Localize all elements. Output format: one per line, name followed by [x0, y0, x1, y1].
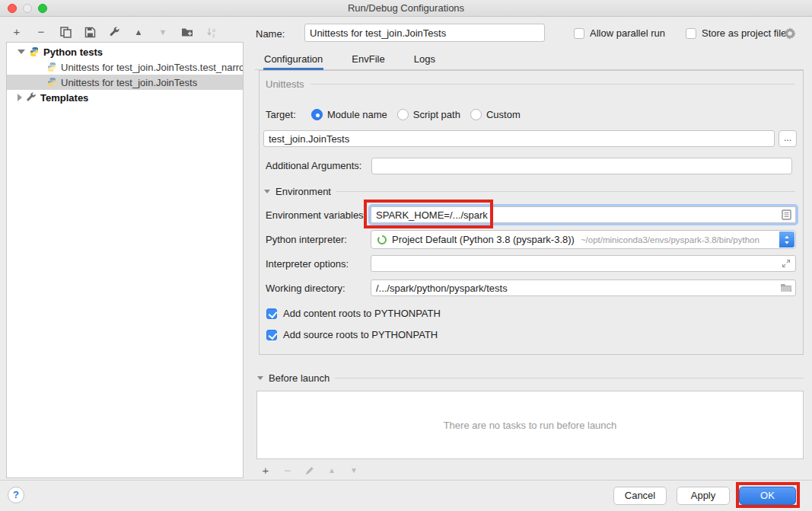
remove-configuration-button[interactable]: − — [35, 26, 47, 38]
store-as-project-file-checkbox[interactable] — [686, 28, 696, 39]
environment-variables-input[interactable] — [371, 206, 796, 223]
remove-task-button[interactable]: − — [282, 465, 294, 477]
module-name-radio[interactable] — [311, 109, 323, 120]
ok-button[interactable]: OK — [739, 487, 796, 505]
tree-item-label: Unittests for test_join.JoinTests — [61, 77, 197, 88]
python-interpreter-label: Python interpreter: — [266, 234, 347, 245]
working-directory-input[interactable] — [371, 279, 796, 296]
empty-tasks-message: There are no tasks to run before launch — [444, 420, 617, 431]
tree-item-python-tests[interactable]: Python tests — [7, 44, 243, 59]
tree-item-unittests-jointests-selected[interactable]: Unittests for test_join.JoinTests — [7, 75, 243, 90]
allow-parallel-run-checkbox[interactable] — [574, 28, 584, 39]
run-debug-configurations-dialog: Run/Debug Configurations + − ▲ ▼ a z — [0, 0, 812, 511]
before-launch-toolbar: + − ▲ ▼ — [260, 465, 360, 477]
custom-radio[interactable] — [470, 109, 482, 120]
move-task-up-button[interactable]: ▲ — [326, 465, 338, 477]
move-down-button[interactable]: ▼ — [157, 26, 169, 38]
copy-configuration-icon[interactable] — [59, 26, 72, 38]
apply-button[interactable]: Apply — [677, 487, 730, 505]
configuration-panel: Unittests Target: Module name Script pat… — [259, 70, 804, 355]
sort-alphabetically-icon[interactable]: a z — [205, 26, 218, 38]
folder-icon[interactable] — [780, 283, 792, 292]
unittests-group-header: Unittests — [266, 78, 795, 90]
python-tests-icon — [29, 46, 40, 57]
name-input[interactable] — [304, 24, 545, 42]
target-option-module-name[interactable]: Module name — [311, 109, 387, 120]
move-up-button[interactable]: ▲ — [132, 26, 145, 38]
allow-parallel-run-label: Allow parallel run — [590, 27, 665, 39]
help-button[interactable]: ? — [8, 487, 24, 503]
additional-arguments-input[interactable] — [371, 158, 792, 174]
new-folder-icon[interactable] — [181, 26, 193, 38]
unittests-group-label: Unittests — [266, 78, 304, 90]
divider — [335, 378, 804, 378]
allow-parallel-run-option[interactable]: Allow parallel run — [574, 27, 665, 39]
python-interpreter-select[interactable]: Project Default (Python 3.8 (pyspark-3.8… — [371, 230, 796, 249]
module-name-input[interactable] — [263, 130, 775, 147]
collapse-triangle-icon[interactable] — [257, 376, 263, 380]
edit-templates-wrench-icon[interactable] — [108, 26, 120, 38]
store-as-project-file-option[interactable]: Store as project file — [686, 27, 786, 39]
collapse-triangle-icon[interactable] — [264, 190, 270, 193]
configurations-toolbar: + − ▲ ▼ a z — [11, 24, 218, 40]
save-configuration-icon[interactable] — [84, 26, 96, 38]
cancel-button[interactable]: Cancel — [613, 487, 667, 505]
environment-section-header[interactable]: Environment — [264, 186, 795, 197]
divider — [310, 84, 795, 85]
configurations-tree: Python tests Unittests for test_join.Joi… — [6, 42, 244, 478]
titlebar: Run/Debug Configurations — [0, 0, 812, 17]
tab-logs[interactable]: Logs — [413, 50, 436, 70]
tree-item-label: Python tests — [43, 46, 103, 58]
python-test-icon — [46, 77, 57, 88]
tree-item-label: Unittests for test_join.JoinTests.test_n… — [61, 62, 243, 73]
templates-wrench-icon — [26, 92, 37, 103]
custom-label: Custom — [486, 109, 521, 120]
add-content-roots-option[interactable]: Add content roots to PYTHONPATH — [266, 308, 441, 319]
target-option-script-path[interactable]: Script path — [397, 109, 460, 120]
environment-section-label: Environment — [275, 186, 331, 197]
interpreter-value: Project Default (Python 3.8 (pyspark-3.8… — [392, 234, 575, 245]
target-row: Target: Module name Script path Custom — [266, 107, 530, 122]
before-launch-section-header[interactable]: Before launch — [257, 372, 804, 384]
configuration-tabs: Configuration EnvFile Logs — [263, 50, 436, 70]
target-option-custom[interactable]: Custom — [470, 109, 521, 120]
chevron-right-icon[interactable] — [18, 94, 22, 101]
svg-text:a: a — [212, 27, 215, 32]
add-content-roots-label: Add content roots to PYTHONPATH — [283, 308, 441, 319]
interpreter-options-label: Interpreter options: — [266, 258, 349, 270]
expand-field-icon[interactable] — [782, 259, 791, 268]
add-configuration-button[interactable]: + — [11, 26, 23, 38]
store-as-project-file-label: Store as project file — [702, 27, 786, 39]
before-launch-tasks-list: There are no tasks to run before launch — [256, 391, 804, 459]
edit-task-pencil-icon[interactable] — [304, 465, 316, 477]
add-content-roots-checkbox[interactable] — [266, 308, 277, 319]
working-directory-label: Working directory: — [266, 283, 345, 294]
interpreter-options-input[interactable] — [371, 255, 796, 272]
browse-module-button[interactable]: ... — [779, 130, 797, 147]
name-label: Name: — [256, 28, 285, 40]
gear-icon[interactable] — [784, 27, 796, 40]
window-title: Run/Debug Configurations — [0, 2, 812, 14]
module-name-label: Module name — [327, 109, 387, 120]
add-task-button[interactable]: + — [260, 465, 272, 477]
add-source-roots-option[interactable]: Add source roots to PYTHONPATH — [266, 329, 438, 340]
chevron-down-icon[interactable] — [18, 50, 25, 54]
tree-item-templates[interactable]: Templates — [7, 90, 243, 105]
tab-configuration[interactable]: Configuration — [263, 50, 323, 70]
interpreter-path: ~/opt/miniconda3/envs/pyspark-3.8/bin/py… — [581, 235, 759, 244]
move-task-down-button[interactable]: ▼ — [348, 465, 360, 477]
environment-variables-label: Environment variables: — [266, 209, 366, 221]
add-source-roots-label: Add source roots to PYTHONPATH — [283, 329, 438, 340]
script-path-radio[interactable] — [397, 109, 409, 120]
conda-env-icon — [377, 235, 387, 245]
target-label: Target: — [266, 109, 311, 120]
script-path-label: Script path — [413, 109, 460, 120]
tab-envfile[interactable]: EnvFile — [351, 50, 385, 70]
tree-item-label: Templates — [40, 92, 88, 104]
dropdown-stepper-icon[interactable] — [779, 232, 794, 248]
svg-text:z: z — [212, 33, 215, 38]
add-source-roots-checkbox[interactable] — [266, 330, 277, 340]
tree-item-unittests-test-narrow[interactable]: Unittests for test_join.JoinTests.test_n… — [7, 59, 243, 75]
before-launch-label: Before launch — [269, 372, 330, 384]
edit-env-variables-icon[interactable] — [782, 209, 791, 220]
